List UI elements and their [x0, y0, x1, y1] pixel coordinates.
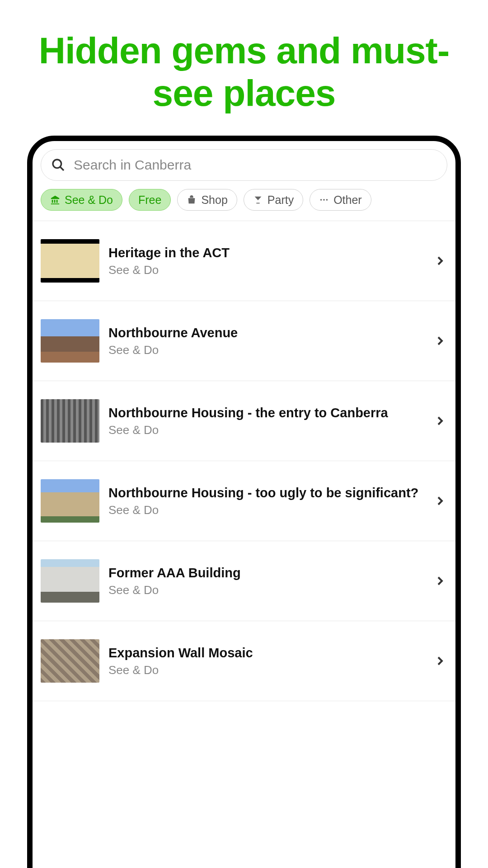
phone-button: [27, 349, 28, 408]
museum-icon: [50, 195, 60, 205]
bag-icon: [187, 195, 197, 205]
filter-chip-other[interactable]: Other: [310, 189, 371, 211]
item-subtitle: See & Do: [108, 263, 424, 277]
item-subtitle: See & Do: [108, 503, 424, 517]
list-item[interactable]: Heritage in the ACT See & Do: [33, 221, 455, 301]
chevron-right-icon: [433, 414, 447, 428]
svg-point-0: [53, 160, 61, 168]
list-item[interactable]: Expansion Wall Mosaic See & Do: [33, 621, 455, 701]
search-input[interactable]: Search in Canberra: [41, 149, 447, 181]
item-thumbnail: [41, 319, 99, 363]
list-item[interactable]: Former AAA Building See & Do: [33, 541, 455, 621]
item-subtitle: See & Do: [108, 423, 424, 437]
item-title: Northbourne Avenue: [108, 325, 424, 341]
chip-label: Free: [138, 193, 161, 207]
item-subtitle: See & Do: [108, 343, 424, 357]
phone-button: [460, 304, 461, 372]
item-thumbnail: [41, 479, 99, 523]
phone-button: [27, 299, 28, 331]
item-thumbnail: [41, 639, 99, 683]
item-title: Northbourne Housing - the entry to Canbe…: [108, 405, 424, 421]
item-thumbnail: [41, 239, 99, 283]
list-item[interactable]: Northbourne Housing - the entry to Canbe…: [33, 381, 455, 461]
chip-label: Other: [333, 193, 362, 207]
item-thumbnail: [41, 559, 99, 603]
chevron-right-icon: [433, 334, 447, 348]
svg-point-4: [326, 199, 328, 201]
dots-icon: [319, 195, 329, 205]
list-item[interactable]: Northbourne Housing - too ugly to be sig…: [33, 461, 455, 541]
phone-frame: Search in Canberra See & Do Free Shop: [27, 136, 461, 868]
chevron-right-icon: [433, 574, 447, 588]
chevron-right-icon: [433, 654, 447, 668]
filter-chip-shop[interactable]: Shop: [177, 189, 237, 211]
filter-chip-see-do[interactable]: See & Do: [41, 189, 122, 211]
filter-chip-party[interactable]: Party: [244, 189, 303, 211]
svg-point-3: [323, 199, 325, 201]
item-title: Northbourne Housing - too ugly to be sig…: [108, 485, 424, 501]
item-text: Expansion Wall Mosaic See & Do: [108, 645, 424, 677]
svg-line-1: [60, 167, 64, 170]
filter-row: See & Do Free Shop Party: [33, 181, 455, 221]
item-text: Heritage in the ACT See & Do: [108, 245, 424, 277]
item-thumbnail: [41, 399, 99, 443]
chevron-right-icon: [433, 494, 447, 508]
item-text: Northbourne Housing - the entry to Canbe…: [108, 405, 424, 437]
cocktail-icon: [253, 195, 263, 205]
chip-label: Shop: [201, 193, 227, 207]
phone-content: Search in Canberra See & Do Free Shop: [33, 141, 455, 701]
chip-label: Party: [267, 193, 294, 207]
item-title: Expansion Wall Mosaic: [108, 645, 424, 661]
item-text: Former AAA Building See & Do: [108, 565, 424, 597]
item-title: Former AAA Building: [108, 565, 424, 581]
headline: Hidden gems and must-see places: [0, 0, 488, 115]
item-text: Northbourne Avenue See & Do: [108, 325, 424, 357]
item-text: Northbourne Housing - too ugly to be sig…: [108, 485, 424, 517]
list-item[interactable]: Northbourne Avenue See & Do: [33, 301, 455, 381]
item-title: Heritage in the ACT: [108, 245, 424, 261]
svg-point-2: [320, 199, 322, 201]
chip-label: See & Do: [65, 193, 113, 207]
chevron-right-icon: [433, 254, 447, 268]
item-subtitle: See & Do: [108, 663, 424, 677]
item-subtitle: See & Do: [108, 583, 424, 597]
filter-chip-free[interactable]: Free: [129, 189, 171, 211]
search-placeholder: Search in Canberra: [74, 157, 191, 173]
search-icon: [51, 158, 66, 172]
